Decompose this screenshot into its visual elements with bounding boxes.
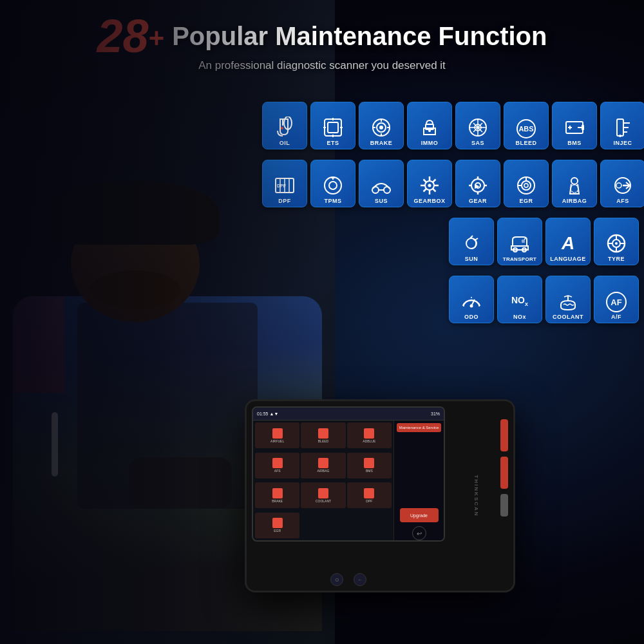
app-cell[interactable]: BLEED bbox=[301, 422, 345, 448]
app-cell[interactable]: EGR bbox=[255, 513, 299, 538]
app-icon bbox=[272, 458, 283, 468]
app-grid: AIRFUEL BLEED ADBLUE AFS AIRBAG bbox=[253, 421, 393, 542]
app-icon bbox=[364, 428, 374, 439]
app-cell[interactable]: ADBLUE bbox=[347, 422, 392, 448]
app-label: BLEED bbox=[318, 439, 328, 443]
back-nav-button[interactable]: ← bbox=[354, 573, 366, 586]
app-label: BMS bbox=[366, 469, 373, 473]
screen-content: AIRFUEL BLEED ADBLUE AFS AIRBAG bbox=[253, 421, 444, 542]
scanner-screen: 01:55 ▲▼ 31% AIRFUEL BLEED ADBLUE bbox=[252, 406, 445, 542]
app-label: AIRFUEL bbox=[270, 439, 284, 443]
app-label: COOLANT bbox=[316, 499, 331, 503]
nav-bar: ⊙ ← bbox=[252, 573, 445, 587]
app-icon bbox=[318, 428, 328, 439]
screen-time: 01:55 ▲▼ bbox=[257, 412, 278, 416]
scanner-device: 01:55 ▲▼ 31% AIRFUEL BLEED ADBLUE bbox=[245, 399, 515, 592]
app-icon bbox=[364, 458, 374, 468]
app-cell[interactable]: AIRBAG bbox=[301, 453, 345, 478]
vol-down-button[interactable] bbox=[500, 494, 508, 516]
screen-header: 01:55 ▲▼ 31% bbox=[253, 408, 444, 421]
app-label: AIRBAG bbox=[317, 469, 330, 473]
app-icon bbox=[272, 428, 283, 439]
app-cell[interactable]: AIRFUEL bbox=[255, 422, 299, 448]
app-label: DPF bbox=[366, 499, 372, 503]
app-cell[interactable]: DPF bbox=[347, 482, 392, 508]
app-cell[interactable]: BRAKE bbox=[255, 482, 299, 508]
app-icon bbox=[318, 458, 328, 468]
power-button[interactable] bbox=[500, 419, 508, 451]
side-buttons bbox=[499, 406, 509, 587]
app-label: ADBLUE bbox=[363, 439, 375, 443]
app-cell[interactable]: BMS bbox=[347, 453, 392, 478]
app-label: EGR bbox=[274, 529, 281, 533]
app-icon bbox=[272, 518, 283, 528]
app-label: BRAKE bbox=[272, 499, 283, 503]
back-button[interactable]: ↩ bbox=[412, 526, 426, 540]
app-cell[interactable]: AFS bbox=[255, 453, 299, 478]
app-cell[interactable]: COOLANT bbox=[301, 482, 345, 508]
app-icon bbox=[364, 488, 374, 498]
home-button[interactable]: ⊙ bbox=[330, 573, 343, 586]
app-icon bbox=[318, 488, 328, 498]
app-icon bbox=[272, 488, 283, 498]
screen-battery: 31% bbox=[431, 412, 440, 416]
app-label: AFS bbox=[274, 469, 281, 473]
upgrade-button[interactable]: Upgrade bbox=[400, 508, 439, 522]
brand-label: THINKSCAN bbox=[473, 475, 479, 516]
screen-sidebar: Maintenance & Service Upgrade ↩ bbox=[393, 421, 444, 542]
sidebar-title: Maintenance & Service bbox=[397, 423, 441, 432]
vol-up-button[interactable] bbox=[500, 457, 508, 489]
